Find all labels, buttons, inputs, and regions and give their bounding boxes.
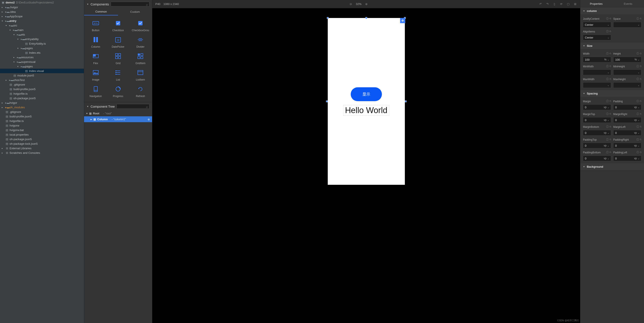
input-padding[interactable]: 0vp⌄: [613, 104, 642, 110]
component-image[interactable]: Image: [85, 67, 106, 83]
components-search[interactable]: ⌕: [111, 2, 150, 6]
expand-icon[interactable]: ▸: [2, 106, 4, 108]
chevron-down-icon[interactable]: ⌄: [608, 58, 609, 61]
info-icon[interactable]: ⓘ: [606, 17, 609, 20]
tree-item[interactable]: ▤EntryAbility.ts: [0, 42, 84, 46]
link-icon[interactable]: ⎋: [640, 138, 642, 142]
tree-item[interactable]: ▤local.properties: [0, 132, 84, 137]
link-icon[interactable]: ⎋: [640, 100, 642, 103]
expand-icon[interactable]: ▸: [2, 15, 4, 18]
expand-icon[interactable]: ▾: [14, 61, 16, 63]
chevron-down-icon[interactable]: ⌄: [608, 24, 609, 26]
tree-item[interactable]: ▤module.json5: [0, 73, 84, 78]
tree-item[interactable]: ▤hvigorw.bat: [0, 128, 84, 132]
input-marginright[interactable]: 0vp⌄: [613, 117, 642, 123]
input-minwidth[interactable]: ⌄: [583, 70, 611, 75]
expand-icon[interactable]: ▸: [2, 6, 4, 8]
section-spacing[interactable]: ▼Spacing: [580, 90, 644, 97]
component-navigation[interactable]: Navigation: [85, 84, 106, 100]
tree-item[interactable]: ▤hvigorw: [0, 123, 84, 128]
tree-item[interactable]: ▸▸▬resources: [0, 55, 84, 60]
input-paddingtop[interactable]: 0vp⌄: [583, 143, 611, 148]
link-icon[interactable]: ⎋: [610, 77, 611, 81]
undo-icon[interactable]: ↶: [538, 2, 542, 6]
chevron-down-icon[interactable]: ⌄: [608, 71, 609, 74]
input-marginbottom[interactable]: 0vp⌄: [583, 130, 611, 136]
tree-item[interactable]: ▾▸▬pages: [0, 64, 84, 69]
link-icon[interactable]: ⎋: [640, 77, 642, 81]
link-icon[interactable]: ⎋: [640, 125, 642, 129]
link-icon[interactable]: ⎋: [610, 150, 611, 154]
link-icon[interactable]: ⎋: [610, 30, 611, 33]
input-width[interactable]: 100%⌄: [583, 57, 611, 62]
expand-icon[interactable]: ▾: [6, 24, 8, 27]
info-icon[interactable]: ⓘ: [606, 150, 609, 154]
info-icon[interactable]: ⓘ: [606, 64, 609, 68]
tree-item[interactable]: ▸▸▬.hvigor: [0, 5, 84, 10]
component-griditem[interactable]: GridItem: [130, 51, 151, 66]
link-icon[interactable]: ⎋: [610, 112, 611, 116]
section-column[interactable]: ▼column: [580, 8, 644, 14]
link-icon[interactable]: ⎋: [610, 125, 611, 129]
component-refresh[interactable]: Refresh: [130, 84, 151, 100]
tree-item[interactable]: ▤Index.visual: [0, 69, 84, 73]
chevron-down-icon[interactable]: ⌄: [638, 24, 640, 26]
link-icon[interactable]: ⎋: [610, 17, 611, 20]
hello-text[interactable]: Hello World: [343, 105, 390, 116]
collapse-icon[interactable]: ▼: [583, 10, 585, 12]
info-icon[interactable]: ⓘ: [606, 112, 609, 116]
section-background[interactable]: ▼Background: [580, 163, 644, 170]
info-icon[interactable]: ⓘ: [636, 112, 639, 116]
component-checkboxgrou[interactable]: CheckboxGrou: [130, 18, 151, 34]
info-icon[interactable]: ⓘ: [636, 150, 639, 154]
frame-icon[interactable]: ▢: [566, 2, 570, 6]
tree-item[interactable]: ▾▸▬entryability: [0, 37, 84, 42]
input-maxwidth[interactable]: ⌄: [583, 82, 611, 88]
visibility-icon[interactable]: ◉: [148, 118, 150, 121]
chevron-down-icon[interactable]: ⌄: [608, 144, 609, 147]
info-icon[interactable]: ⓘ: [636, 52, 639, 56]
link-icon[interactable]: ⎋: [610, 52, 611, 56]
tree-item[interactable]: ▾▸▬supervisual: [0, 60, 84, 64]
tree-item[interactable]: ▸▸▬AppScope: [0, 14, 84, 19]
grid-icon[interactable]: ⊞: [573, 2, 577, 6]
info-icon[interactable]: ⓘ: [606, 52, 609, 56]
collapse-icon[interactable]: ▼: [583, 92, 585, 95]
zoom-out-icon[interactable]: ⊖: [349, 2, 353, 6]
expand-icon[interactable]: ▸: [2, 10, 4, 13]
info-icon[interactable]: ⓘ: [636, 17, 639, 20]
chevron-down-icon[interactable]: ⌄: [638, 106, 640, 108]
info-icon[interactable]: ⓘ: [606, 30, 609, 33]
input-space[interactable]: ⌄: [613, 22, 642, 28]
component-column[interactable]: Column: [85, 34, 106, 50]
zoom-in-icon[interactable]: ⊕: [364, 2, 368, 6]
chevron-down-icon[interactable]: ⌄: [608, 119, 609, 121]
component-button[interactable]: BTNButton: [85, 18, 106, 34]
info-icon[interactable]: ⓘ: [636, 125, 639, 129]
info-icon[interactable]: ⓘ: [606, 125, 609, 129]
input-paddingleft[interactable]: 0vp⌄: [613, 156, 642, 161]
tree-item[interactable]: ▾▸▬pages: [0, 46, 84, 50]
tree-item[interactable]: ▤.gitignore: [0, 82, 84, 87]
tree-item[interactable]: ▤oh-package.json5: [0, 137, 84, 142]
expand-icon[interactable]: ▾: [17, 38, 20, 40]
link-icon[interactable]: ⎋: [640, 150, 642, 154]
chevron-down-icon[interactable]: ⌄: [638, 84, 640, 86]
link-icon[interactable]: ⎋: [640, 112, 642, 116]
chevron-down-icon[interactable]: ⌄: [638, 132, 640, 134]
section-size[interactable]: ▼Size: [580, 42, 644, 49]
tree-item[interactable]: ▤.gitignore: [0, 110, 84, 114]
component-flex[interactable]: Flex: [85, 51, 106, 66]
tree-item[interactable]: ▸▸▬hvigor: [0, 100, 84, 105]
tab-events[interactable]: Events: [612, 0, 644, 8]
show-button[interactable]: 显示: [351, 87, 382, 101]
input-marginleft[interactable]: 0vp⌄: [613, 130, 642, 136]
tree-item[interactable]: ▸▸▬oh_modules: [0, 105, 84, 110]
expand-icon[interactable]: ▸: [2, 102, 4, 104]
info-icon[interactable]: ⓘ: [606, 77, 609, 81]
tree-item[interactable]: ▤Index.ets: [0, 50, 84, 55]
link-icon[interactable]: ⎋: [610, 64, 611, 68]
input-paddingright[interactable]: 0vp⌄: [613, 143, 642, 148]
info-icon[interactable]: ⓘ: [606, 100, 609, 103]
tab-properties[interactable]: Properties: [580, 0, 612, 8]
